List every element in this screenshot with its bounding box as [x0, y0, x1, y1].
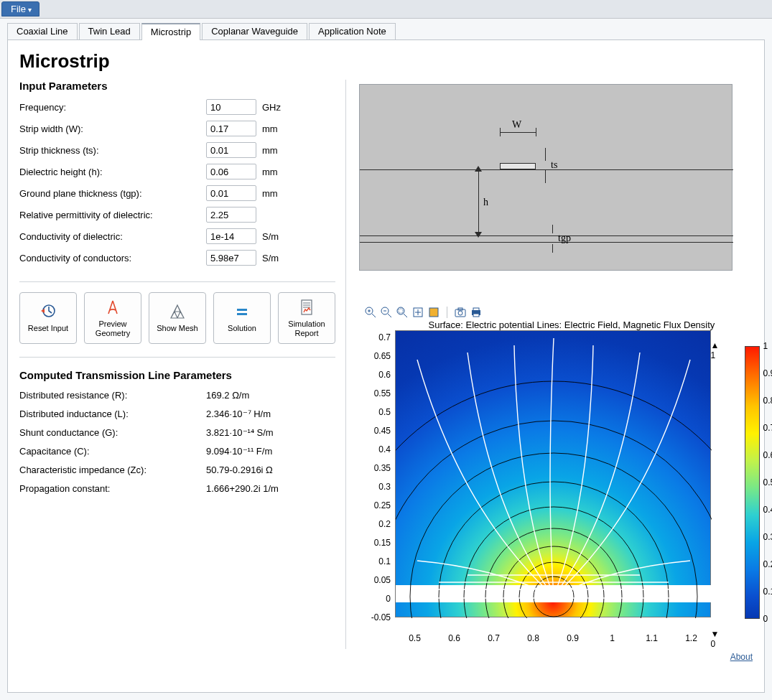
tab-coplanar-waveguide[interactable]: Coplanar Waveguide — [202, 23, 307, 39]
param-label: Frequency: — [19, 102, 206, 113]
button-label: Preview Geometry — [86, 319, 139, 338]
result-value: 9.094·10⁻¹¹ F/m — [206, 446, 272, 457]
field-lines — [396, 331, 712, 618]
select-icon[interactable] — [428, 307, 440, 318]
result-value: 50.79-0.2916i Ω — [206, 465, 273, 475]
tab-twin-lead[interactable]: Twin Lead — [79, 23, 140, 39]
param-row: Relative permittivity of dielectric: — [19, 204, 335, 225]
param-row: Strip width (W):mm — [19, 118, 335, 139]
result-row: Characteristic impedance (Zc):50.79-0.29… — [19, 460, 335, 479]
svg-point-17 — [458, 311, 462, 315]
print-icon[interactable] — [470, 307, 482, 318]
param-unit: mm — [262, 123, 278, 134]
param-row: Ground plane thickness (tgp):mm — [19, 182, 335, 204]
param-label: Conductivity of dielectric: — [19, 231, 206, 242]
reset-icon — [39, 302, 57, 321]
input-params-heading: Input Parameters — [19, 80, 335, 92]
param-label: Strip thickness (ts): — [19, 145, 206, 156]
tab-application-note[interactable]: Application Note — [309, 23, 396, 39]
param-label: Ground plane thickness (tgp): — [19, 188, 206, 199]
menubar: File — [0, 0, 772, 19]
tab-coaxial-line[interactable]: Coaxial Line — [7, 23, 78, 39]
svg-rect-21 — [473, 314, 479, 317]
result-label: Distributed inductance (L): — [19, 409, 206, 419]
colorbar — [745, 346, 761, 619]
computed-heading: Computed Transmission Line Parameters — [19, 369, 335, 381]
svg-line-12 — [404, 314, 407, 317]
param-label: Relative permittivity of dielectric: — [19, 210, 206, 220]
result-label: Propagation constant: — [19, 483, 206, 494]
equals-icon — [233, 302, 251, 321]
left-column: Input Parameters Frequency:GHzStrip widt… — [19, 80, 346, 649]
right-column: W ts h tgp — [359, 80, 772, 649]
zoom-box-icon[interactable] — [396, 307, 408, 318]
tab-microstrip[interactable]: Microstrip — [141, 23, 200, 39]
simulation-report-button[interactable]: Simulation Report — [278, 292, 335, 344]
page-title: Microstrip — [19, 50, 753, 73]
result-value: 169.2 Ω/m — [206, 390, 249, 401]
action-buttons: Reset Input Preview Geometry Show Mesh — [19, 292, 335, 344]
svg-line-5 — [372, 314, 376, 317]
param-label: Dielectric height (h): — [19, 167, 206, 177]
snapshot-icon[interactable] — [455, 307, 466, 318]
zoom-extents-icon[interactable] — [412, 307, 424, 318]
param-label: Conductivity of conductors: — [19, 253, 206, 263]
svg-line-9 — [388, 314, 391, 317]
mesh-icon — [168, 302, 187, 321]
result-label: Capacitance (C): — [19, 446, 206, 457]
button-label: Simulation Report — [280, 319, 333, 338]
solution-button[interactable]: Solution — [213, 292, 271, 344]
param-unit: S/m — [262, 231, 279, 242]
result-label: Characteristic impedance (Zc): — [19, 465, 206, 475]
geometry-schematic: W ts h tgp — [359, 84, 733, 271]
divider — [19, 281, 335, 282]
svg-rect-15 — [429, 308, 438, 317]
param-unit: GHz — [262, 102, 281, 113]
param-row: Conductivity of conductors:S/m — [19, 247, 335, 269]
param-unit: mm — [262, 145, 278, 156]
zoom-in-icon[interactable] — [365, 307, 376, 318]
colorbar-ticks: 00.10.20.30.40.50.60.70.80.91 — [763, 346, 772, 619]
plot-area[interactable]: -0.0500.050.10.150.20.250.30.350.40.450.… — [395, 330, 704, 632]
report-icon — [297, 298, 316, 317]
button-label: Reset Input — [28, 324, 68, 333]
about-link[interactable]: About — [730, 652, 753, 662]
param-input[interactable] — [206, 228, 256, 244]
page: Microstrip Input Parameters Frequency:GH… — [7, 39, 765, 693]
svg-point-29 — [396, 421, 712, 618]
result-row: Distributed resistance (R):169.2 Ω/m — [19, 386, 335, 404]
colorbar-max: ▲ 1 — [710, 340, 725, 360]
result-row: Propagation constant:1.666+290.2i 1/m — [19, 479, 335, 498]
param-row: Strip thickness (ts):mm — [19, 139, 335, 161]
param-row: Frequency:GHz — [19, 96, 335, 118]
result-value: 3.821·10⁻¹⁴ S/m — [206, 427, 274, 438]
zoom-out-icon[interactable] — [381, 307, 392, 318]
plot-toolbar — [365, 307, 772, 318]
param-input[interactable] — [206, 207, 256, 223]
divider — [19, 357, 335, 358]
preview-geometry-button[interactable]: Preview Geometry — [84, 292, 141, 344]
footer: About — [19, 652, 753, 662]
plot-title: Surface: Electric potential Lines: Elect… — [359, 319, 772, 330]
param-label: Strip width (W): — [19, 123, 206, 134]
result-label: Distributed resistance (R): — [19, 390, 206, 401]
colorbar-min: ▼ 0 — [710, 629, 725, 649]
result-row: Shunt conductance (G):3.821·10⁻¹⁴ S/m — [19, 423, 335, 442]
param-input[interactable] — [206, 99, 256, 115]
svg-rect-1 — [237, 309, 247, 311]
param-unit: S/m — [262, 253, 279, 263]
param-input[interactable] — [206, 121, 256, 136]
show-mesh-button[interactable]: Show Mesh — [149, 292, 206, 344]
button-label: Solution — [228, 324, 256, 333]
param-input[interactable] — [206, 142, 256, 158]
param-row: Conductivity of dielectric:S/m — [19, 225, 335, 247]
svg-rect-2 — [237, 313, 247, 315]
result-label: Shunt conductance (G): — [19, 427, 206, 438]
file-menu[interactable]: File — [1, 1, 39, 17]
param-input[interactable] — [206, 164, 256, 179]
reset-input-button[interactable]: Reset Input — [19, 292, 77, 344]
param-unit: mm — [262, 167, 278, 177]
param-input[interactable] — [206, 185, 256, 201]
result-row: Capacitance (C):9.094·10⁻¹¹ F/m — [19, 442, 335, 460]
param-input[interactable] — [206, 250, 256, 266]
